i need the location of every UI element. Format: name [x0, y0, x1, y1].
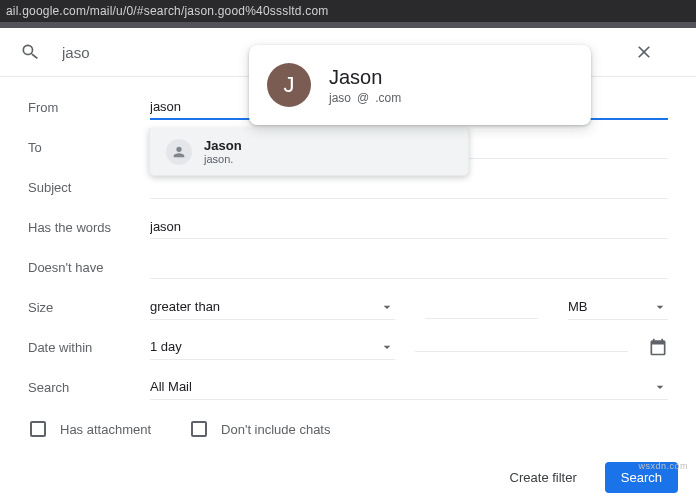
size-label: Size	[28, 300, 150, 315]
calendar-icon[interactable]	[648, 337, 668, 357]
subject-input[interactable]	[150, 175, 668, 199]
email-user: jaso	[329, 91, 351, 105]
size-unit-select[interactable]: MB	[568, 295, 668, 320]
autocomplete-dropdown: Jason jason.	[149, 128, 469, 176]
exclude-chats-checkbox[interactable]: Don't include chats	[191, 421, 330, 437]
search-icon	[20, 42, 40, 62]
row-doesnt-have: Doesn't have	[28, 247, 668, 287]
checkbox-row: Has attachment Don't include chats	[28, 407, 668, 451]
has-attachment-label: Has attachment	[60, 422, 151, 437]
contact-email: jaso @ .com	[329, 91, 401, 105]
row-date: Date within 1 day	[28, 327, 668, 367]
search-button[interactable]: Search	[605, 462, 678, 493]
to-label: To	[28, 140, 150, 155]
contact-card: J Jason jaso @ .com	[249, 45, 591, 125]
checkbox-box	[191, 421, 207, 437]
doesnt-label: Doesn't have	[28, 260, 150, 275]
date-range-select[interactable]: 1 day	[150, 335, 395, 360]
autocomplete-name: Jason	[204, 138, 242, 153]
contact-name: Jason	[329, 66, 401, 89]
chevron-down-icon	[379, 339, 395, 355]
from-label: From	[28, 100, 150, 115]
close-icon[interactable]	[634, 42, 654, 62]
size-unit-value: MB	[568, 299, 588, 314]
checkbox-box	[30, 421, 46, 437]
url-bar[interactable]: ail.google.com/mail/u/0/#search/jason.go…	[0, 0, 696, 22]
scope-value: All Mail	[150, 379, 192, 394]
chevron-down-icon	[652, 379, 668, 395]
avatar: J	[267, 63, 311, 107]
date-range-value: 1 day	[150, 339, 182, 354]
size-operator-select[interactable]: greater than	[150, 295, 395, 320]
size-operator-value: greater than	[150, 299, 220, 314]
email-domain: .com	[375, 91, 401, 105]
has-attachment-checkbox[interactable]: Has attachment	[30, 421, 151, 437]
date-value-input[interactable]	[415, 343, 628, 352]
words-label: Has the words	[28, 220, 150, 235]
create-filter-button[interactable]: Create filter	[500, 462, 587, 493]
person-icon	[166, 139, 192, 165]
row-size: Size greater than MB	[28, 287, 668, 327]
size-value-input[interactable]	[425, 295, 538, 319]
action-buttons: Create filter Search	[500, 462, 678, 493]
row-has-words: Has the words	[28, 207, 668, 247]
autocomplete-item[interactable]: Jason jason.	[150, 128, 468, 175]
autocomplete-email: jason.	[204, 153, 242, 165]
email-at: @	[357, 91, 369, 105]
url-text: ail.google.com/mail/u/0/#search/jason.go…	[6, 4, 329, 18]
date-label: Date within	[28, 340, 150, 355]
subject-label: Subject	[28, 180, 150, 195]
exclude-chats-label: Don't include chats	[221, 422, 330, 437]
chevron-down-icon	[379, 299, 395, 315]
scope-select[interactable]: All Mail	[150, 375, 668, 400]
scope-label: Search	[28, 380, 150, 395]
chevron-down-icon	[652, 299, 668, 315]
doesnt-input[interactable]	[150, 255, 668, 279]
row-search-scope: Search All Mail	[28, 367, 668, 407]
words-input[interactable]	[150, 215, 668, 239]
avatar-initial: J	[284, 72, 295, 98]
